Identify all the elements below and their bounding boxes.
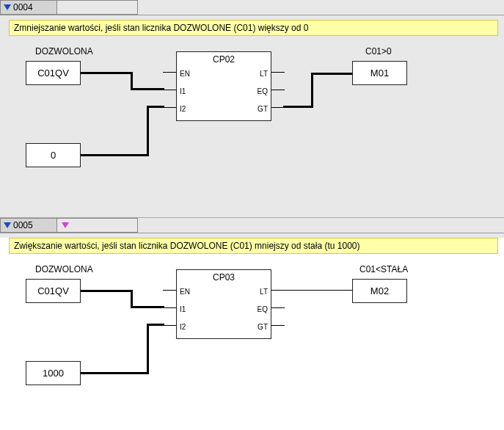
pin-gt: GT xyxy=(258,105,268,113)
wire xyxy=(131,72,133,90)
input-box-b[interactable]: 1000 xyxy=(26,361,81,385)
pin-en: EN xyxy=(180,70,190,78)
rung-comment: Zwiększanie wartości, jeśli stan licznik… xyxy=(9,238,498,254)
rung-comment: Zmniejszanie wartości, jeśli stan liczni… xyxy=(9,20,498,36)
input-box-b[interactable]: 0 xyxy=(26,143,81,167)
block-name: CP02 xyxy=(177,54,271,65)
wire-stub xyxy=(163,107,176,108)
wire xyxy=(147,106,164,108)
wire-stub xyxy=(163,325,176,326)
fbd-canvas: DOZWOLONA C01>0 C01QV 0 CP02 EN I1 I2 LT… xyxy=(0,40,504,194)
fbd-canvas: DOZWOLONA C01<STAŁA C01QV 1000 CP03 EN I… xyxy=(0,258,504,412)
wire xyxy=(131,290,133,307)
output-box[interactable]: M01 xyxy=(352,61,407,85)
input-box-a[interactable]: C01QV xyxy=(26,279,81,303)
wire xyxy=(131,306,164,308)
rung-body: Zwiększanie wartości, jeśli stan licznik… xyxy=(0,238,504,430)
function-block[interactable]: CP03 EN I1 I2 LT EQ GT xyxy=(176,269,271,339)
pin-eq: EQ xyxy=(258,305,268,313)
input-label: DOZWOLONA xyxy=(35,46,93,57)
wire-stub xyxy=(271,307,285,308)
rung-number-cell[interactable]: 0004 xyxy=(0,0,57,15)
wire-stub xyxy=(163,290,176,291)
rung-header: 0004 xyxy=(0,0,504,15)
rung-body: Zmniejszanie wartości, jeśli stan liczni… xyxy=(0,20,504,218)
wire-stub xyxy=(163,90,176,90)
wire-stub xyxy=(271,90,285,90)
wire xyxy=(283,290,352,291)
output-label: C01<STAŁA xyxy=(359,264,408,274)
wire xyxy=(147,324,164,326)
marker-icon[interactable] xyxy=(62,222,69,228)
function-block[interactable]: CP02 EN I1 I2 LT EQ GT xyxy=(176,51,271,121)
pin-i1: I1 xyxy=(180,87,186,95)
rung-header: 0005 xyxy=(0,218,504,233)
wire xyxy=(81,72,132,74)
rung-number: 0004 xyxy=(13,2,33,12)
wire-stub xyxy=(163,307,176,308)
pin-gt: GT xyxy=(258,323,268,331)
pin-i1: I1 xyxy=(180,305,186,313)
wire xyxy=(131,88,164,90)
wire xyxy=(147,324,149,373)
rung-number: 0005 xyxy=(13,220,33,230)
pin-eq: EQ xyxy=(258,87,268,95)
wire xyxy=(81,290,132,292)
wire xyxy=(283,106,313,108)
block-name: CP03 xyxy=(177,272,271,283)
collapse-icon[interactable] xyxy=(4,4,11,10)
output-box[interactable]: M02 xyxy=(352,279,407,303)
collapse-icon[interactable] xyxy=(4,222,11,228)
pin-lt: LT xyxy=(260,288,268,296)
wire xyxy=(81,372,149,374)
output-label: C01>0 xyxy=(365,46,392,57)
pin-lt: LT xyxy=(260,70,268,78)
rung-extra-cell xyxy=(57,0,138,15)
wire-stub xyxy=(271,72,285,73)
wire xyxy=(311,73,352,75)
wire xyxy=(147,106,149,156)
wire xyxy=(81,154,149,156)
input-box-a[interactable]: C01QV xyxy=(26,61,81,85)
wire-stub xyxy=(271,325,285,326)
rung-number-cell[interactable]: 0005 xyxy=(0,218,57,233)
wire-stub xyxy=(163,72,176,73)
pin-i2: I2 xyxy=(180,323,186,331)
pin-en: EN xyxy=(180,288,190,296)
pin-i2: I2 xyxy=(180,105,186,113)
rung-extra-cell xyxy=(57,218,138,233)
input-label: DOZWOLONA xyxy=(35,264,93,274)
wire xyxy=(311,73,313,108)
